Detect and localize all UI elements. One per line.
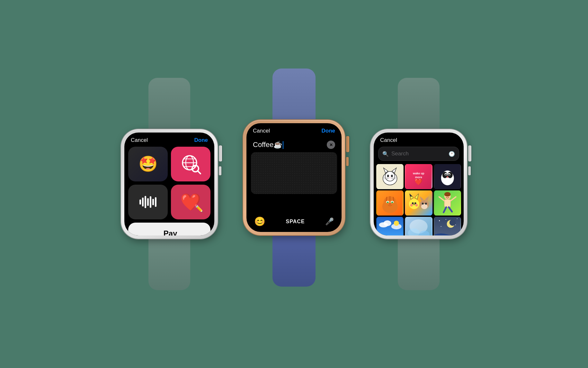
gif-cell-1[interactable] [376,164,404,189]
text-field[interactable]: Coffee☕ [253,141,324,149]
svg-point-42 [387,202,389,203]
voice-waves-icon [139,196,156,208]
svg-point-44 [389,203,391,205]
svg-point-51 [414,202,416,204]
text-input-area: Coffee☕ ✕ [246,137,342,152]
screen-header-3: Cancel [374,133,464,147]
svg-point-32 [448,174,450,176]
globe-search-icon [180,153,202,175]
svg-point-63 [444,192,450,197]
svg-rect-64 [444,199,450,207]
gif-sylvester [434,164,461,189]
svg-point-52 [410,204,413,207]
gif-sky [376,217,404,235]
watch-case-3: Cancel 🔍 Search 🕐 [370,129,467,239]
memoji-emoji: 🤩 [138,155,158,173]
svg-point-12 [387,175,389,177]
gif-night [434,217,461,235]
gif-garfield [376,190,404,216]
keyboard-bottom: 😊 SPACE 🎤 [246,216,342,227]
gif-wake-up: wake up more ❤️ [405,164,432,189]
clear-icon: ✕ [329,143,333,147]
svg-point-33 [446,176,448,178]
clear-button[interactable]: ✕ [327,141,335,149]
dictation-area [251,152,337,194]
watch-3: Cancel 🔍 Search 🕐 [370,78,467,290]
heart-cell[interactable]: ❤️ ✏️ [171,185,210,219]
microphone-button[interactable]: 🎤 [325,217,334,226]
cancel-button-1[interactable]: Cancel [131,137,148,143]
svg-point-58 [425,203,427,205]
gif-cell-4[interactable] [376,190,404,216]
gif-cell-8[interactable] [405,217,432,235]
gif-cartoon-cat [376,164,404,189]
gif-dance [434,190,461,216]
band-top-2 [272,69,316,120]
gif-cell-5[interactable] [405,190,432,216]
svg-point-13 [391,175,393,177]
svg-point-81 [445,219,446,220]
svg-point-83 [457,218,457,219]
svg-point-28 [444,178,450,183]
cancel-button-3[interactable]: Cancel [380,137,397,143]
watch-case-2: Cancel Done Coffee☕ ✕ 😊 [243,120,345,235]
watch-2: Cancel Done Coffee☕ ✕ 😊 [243,69,345,287]
input-text: Coffee [253,141,273,149]
picker-grid: 🤩 [124,147,214,235]
watch-screen-1: Cancel Done 🤩 [124,133,214,235]
svg-point-84 [455,225,456,225]
done-button-1[interactable]: Done [194,137,208,143]
svg-point-57 [422,203,424,205]
recent-searches-icon[interactable]: 🕐 [449,151,455,157]
gif-cell-6[interactable] [434,190,461,216]
space-button[interactable]: SPACE [286,219,305,225]
svg-point-43 [391,202,393,203]
svg-point-71 [384,220,391,226]
svg-point-56 [421,204,428,209]
band-bottom-2 [272,235,316,287]
svg-rect-79 [434,217,460,235]
screen-header-2: Cancel Done [246,123,342,137]
input-emoji: ☕ [273,141,282,149]
band-bottom-3 [398,239,440,290]
heart-sticker-icon: ❤️ ✏️ [180,192,201,212]
search-icon: 🔍 [382,151,389,157]
globe-cell[interactable] [171,147,210,181]
watch-1: Cancel Done 🤩 [121,78,218,290]
band-top-3 [398,78,440,129]
svg-line-6 [198,171,200,174]
svg-point-9 [385,171,395,181]
watch-screen-3: Cancel 🔍 Search 🕐 [374,133,464,235]
svg-point-53 [415,204,418,207]
search-placeholder: Search [391,151,446,157]
svg-point-50 [412,202,414,204]
gif-blur [405,217,432,235]
svg-point-74 [394,221,399,226]
gif-cell-2[interactable]: wake up more ❤️ [405,164,432,189]
band-top-1 [148,78,190,129]
svg-point-85 [441,226,441,227]
done-button-2[interactable]: Done [322,128,335,134]
svg-point-80 [439,220,440,221]
text-cursor [283,141,283,149]
gif-pikachu [405,190,432,216]
svg-point-14 [389,178,391,179]
watch-screen-2: Cancel Done Coffee☕ ✕ 😊 [246,123,342,232]
voice-cell[interactable] [128,185,168,219]
apple-pay-label: Pay [164,229,177,235]
svg-point-31 [445,174,447,176]
emoji-button[interactable]: 😊 [254,216,265,227]
gif-cell-9[interactable] [434,217,461,235]
svg-text:wake up: wake up [413,172,424,175]
svg-text:❤️: ❤️ [414,178,423,186]
gif-cell-3[interactable] [434,164,461,189]
screen-header-1: Cancel Done [124,133,214,147]
watch-case-1: Cancel Done 🤩 [121,129,218,239]
gif-search-bar[interactable]: 🔍 Search 🕐 [378,147,459,161]
cancel-button-2[interactable]: Cancel [253,128,270,134]
gif-cell-7[interactable] [376,217,404,235]
gif-grid: wake up more ❤️ [374,164,464,235]
memoji-cell[interactable]: 🤩 [128,147,168,181]
apple-pay-button[interactable]: Pay [128,223,210,235]
svg-point-54 [414,204,414,205]
